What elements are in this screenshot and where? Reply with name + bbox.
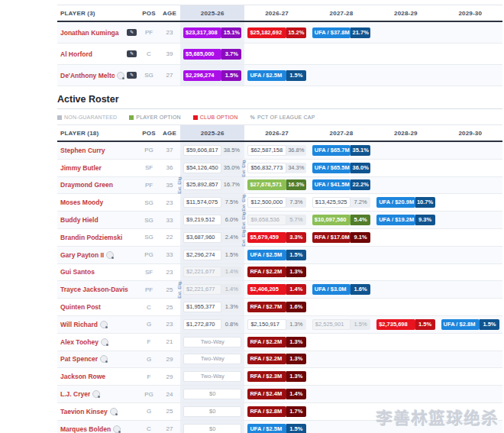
contract-cell: $3,687,9602.4% bbox=[180, 229, 244, 246]
contract-chip: $10,097,5605.4% bbox=[312, 215, 370, 225]
contract-chip: RFA / $2.4M1.4% bbox=[247, 389, 305, 399]
player-link[interactable]: Moses Moody bbox=[60, 199, 103, 206]
player-link[interactable]: Draymond Green bbox=[60, 181, 113, 189]
player-link[interactable]: Quinten Post bbox=[60, 303, 101, 311]
player-link[interactable]: Marques Bolden bbox=[60, 425, 111, 433]
player-position: F bbox=[139, 338, 159, 345]
player-age: 22 bbox=[159, 234, 180, 241]
contract-cell bbox=[244, 44, 309, 64]
player-link[interactable]: L.J. Cryer bbox=[60, 390, 90, 398]
player-info-icon[interactable] bbox=[117, 72, 124, 79]
active-roster-table: PLAYER (18)POSAGE2025-262026-272027-2820… bbox=[57, 124, 502, 433]
player-info-icon[interactable] bbox=[100, 355, 108, 363]
column-header-pos: POS bbox=[139, 125, 159, 141]
player-link[interactable]: Taevion Kinsey bbox=[60, 408, 108, 415]
player-link[interactable]: Jonathan Kuminga bbox=[60, 29, 119, 37]
player-link[interactable]: Brandin Podziemski bbox=[60, 234, 122, 241]
contract-cell bbox=[438, 212, 502, 228]
player-link[interactable]: Alex Toohey bbox=[60, 338, 99, 346]
contract-cell: $1,955,3771.3% bbox=[180, 299, 244, 315]
contract-cell: Two-Way bbox=[180, 334, 244, 351]
table-row: Gary Payton IIPG33$2,296,2741.5%UFA / $2… bbox=[57, 247, 502, 264]
table-row: Draymond GreenPF35Ext. Elig.$25,892,8571… bbox=[57, 177, 502, 195]
player-age: 23 bbox=[159, 269, 180, 276]
table-row: Brandin PodziemskiSG22$3,687,9602.4%Ext.… bbox=[57, 229, 502, 247]
contract-cell: UFA / $20.9M10.7% bbox=[373, 194, 438, 211]
contract-cell bbox=[373, 421, 438, 433]
contract-value: $10,097,560 bbox=[312, 215, 351, 225]
player-link[interactable]: Jackson Rowe bbox=[60, 373, 105, 380]
contract-value: $25,892,857 bbox=[183, 179, 221, 190]
cap-percentage: 7.5% bbox=[221, 197, 241, 208]
column-header-year: 2025-26 bbox=[180, 5, 244, 21]
contract-value: $11,574,075 bbox=[183, 197, 221, 208]
contract-chip: UFA / $19.2M9.3% bbox=[376, 215, 435, 225]
contract-cell: $2,221,6771.4% bbox=[180, 264, 244, 281]
player-cell: Jackson Rowe bbox=[57, 373, 139, 380]
contract-chip: $2,735,6981.5% bbox=[376, 319, 435, 330]
cap-percentage: 1.3% bbox=[286, 371, 306, 382]
contract-cell: RFA / $2.3M1.3% bbox=[244, 368, 309, 385]
player-info-icon[interactable] bbox=[101, 338, 108, 346]
player-position: G bbox=[139, 356, 159, 363]
contract-cell: RFA / $17.0M9.1% bbox=[309, 229, 373, 246]
player-link[interactable]: Gary Payton II bbox=[60, 251, 104, 259]
player-info-icon[interactable] bbox=[106, 251, 114, 259]
cap-percentage: 1.3% bbox=[286, 267, 306, 277]
table-row: Buddy HieldSG33$9,219,5126.0%Ext. Elig.$… bbox=[57, 212, 502, 229]
contract-value: UFA / $65.5M bbox=[312, 163, 351, 173]
contract-chip: UFA / $65.5M36.0% bbox=[312, 163, 370, 173]
table-row: Al Horford✎C39$5,685,0003.7% bbox=[57, 44, 502, 65]
cap-percentage: 16.7% bbox=[221, 179, 241, 190]
contract-cell bbox=[309, 351, 373, 368]
contract-chip: $9,658,5365.7% bbox=[247, 215, 305, 225]
player-link[interactable]: Jimmy Butler bbox=[60, 164, 102, 172]
contract-cell: RFA / $2.2M1.3% bbox=[244, 334, 309, 351]
player-info-icon[interactable] bbox=[100, 321, 108, 328]
table-row: Trayce Jackson-DavisPF25Ext. Elig.$2,221… bbox=[57, 281, 502, 299]
player-link[interactable]: Pat Spencer bbox=[60, 355, 98, 363]
player-link[interactable]: Buddy Hield bbox=[60, 216, 99, 224]
contract-cell: UFA / $3.0M1.6% bbox=[309, 281, 373, 298]
table-row: Will RichardG23$1,272,8700.8%$2,150,9171… bbox=[57, 316, 502, 334]
player-info-icon[interactable] bbox=[92, 390, 100, 398]
contract-chip: RFA / $17.0M9.1% bbox=[312, 232, 370, 243]
table-row: Gui SantosSF23$2,221,6771.4%RFA / $2.2M1… bbox=[57, 264, 502, 282]
contract-cell bbox=[309, 65, 373, 86]
contract-chip: $2,221,6771.4% bbox=[183, 267, 241, 277]
contract-cell: $0 bbox=[180, 386, 244, 402]
contract-value: $2,735,698 bbox=[376, 319, 415, 330]
contract-value-box: Two-Way bbox=[183, 337, 241, 347]
player-info-icon[interactable] bbox=[113, 425, 121, 433]
contract-value: RFA / $2.2M bbox=[247, 354, 286, 364]
page-content: PLAYER (3)POSAGE2025-262026-272027-28202… bbox=[57, 0, 502, 433]
player-link[interactable]: Stephen Curry bbox=[60, 147, 105, 154]
table-header-row: PLAYER (3)POSAGE2025-262026-272027-28202… bbox=[57, 5, 502, 22]
contract-cell: RFA / $2.2M1.3% bbox=[244, 264, 309, 281]
player-info-icon[interactable] bbox=[110, 408, 118, 415]
player-age: 25 bbox=[159, 304, 180, 311]
player-link[interactable]: De'Anthony Melton bbox=[60, 72, 115, 79]
cap-percentage: 0.8% bbox=[221, 319, 241, 330]
player-cell: Buddy Hield bbox=[57, 216, 139, 224]
contract-cell: $2,296,2741.5% bbox=[180, 65, 244, 86]
extension-eligible-label: Ext. Elig. bbox=[241, 193, 247, 212]
cap-percentage: 1.5% bbox=[415, 319, 435, 330]
contract-value-box: Two-Way bbox=[183, 354, 241, 364]
player-age: 24 bbox=[159, 391, 180, 398]
contract-value: $25,182,692 bbox=[247, 27, 286, 38]
contract-cell: $62,587,15836.8% bbox=[244, 142, 309, 159]
contract-cell: $0 bbox=[180, 421, 244, 433]
contract-cell bbox=[309, 386, 373, 402]
player-link[interactable]: Al Horford bbox=[60, 50, 92, 58]
player-link[interactable]: Will Richard bbox=[60, 321, 98, 328]
contract-cell bbox=[438, 177, 502, 194]
player-link[interactable]: Trayce Jackson-Davis bbox=[60, 286, 128, 293]
contract-cell bbox=[373, 368, 438, 385]
contract-cell bbox=[438, 194, 502, 211]
player-age: 29 bbox=[159, 356, 180, 363]
column-header-player: PLAYER (18) bbox=[57, 125, 139, 141]
contract-value: RFA / $2.7M bbox=[247, 302, 286, 312]
contract-cell bbox=[373, 351, 438, 368]
player-link[interactable]: Gui Santos bbox=[60, 268, 95, 276]
